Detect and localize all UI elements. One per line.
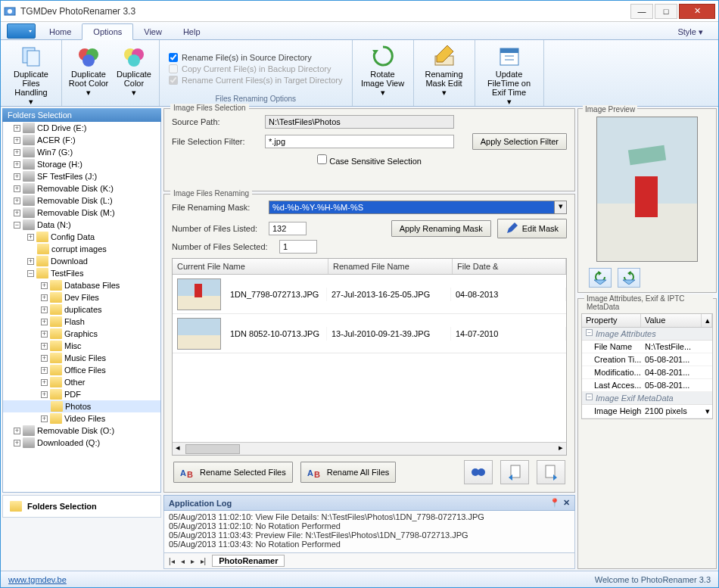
tree-item[interactable]: +Dev Files — [3, 291, 160, 303]
tree-item[interactable]: +Removable Disk (K:) — [3, 182, 160, 194]
tree-item[interactable]: +Other — [3, 376, 160, 388]
tree-item[interactable]: +Download — [3, 255, 160, 267]
tree-item[interactable]: +Removable Disk (L:) — [3, 194, 160, 207]
folder-icon — [50, 328, 62, 339]
tree-item[interactable]: +Removable Disk (O:) — [3, 425, 160, 437]
prev-file-button[interactable] — [500, 460, 529, 484]
tree-item[interactable]: +Downloaded (Q:) — [3, 437, 160, 449]
tree-item[interactable]: +Win7 (G:) — [3, 146, 160, 158]
statusbar: www.tgmdev.be Welcome to PhotoRenamer 3.… — [1, 571, 718, 587]
rename-selected-button[interactable]: ABRename Selected Files — [173, 462, 293, 483]
tree-item[interactable]: −TestFiles — [3, 267, 160, 279]
mask-input[interactable] — [269, 201, 555, 214]
table-row[interactable]: 1DN_7798-072713.JPG27-Jul-2013-16-25-05.… — [173, 275, 566, 314]
tree-item[interactable]: corrupt images — [3, 243, 160, 255]
folder-icon — [50, 304, 62, 315]
homepage-link[interactable]: www.tgmdev.be — [8, 575, 67, 584]
rotate-right-button[interactable] — [618, 268, 640, 288]
files-grid[interactable]: Current File Name Renamed File Name File… — [172, 258, 567, 456]
apply-mask-button[interactable]: Apply Renaming Mask — [391, 220, 491, 237]
tab-home[interactable]: Home — [39, 24, 82, 39]
opt-rename-target: Rename Current Files(s) in Target Direct… — [169, 76, 343, 85]
folder-tree[interactable]: +CD Drive (E:)+ACER (F:)+Win7 (G:)+Stora… — [2, 122, 161, 493]
svg-point-20 — [478, 468, 485, 476]
svg-point-9 — [128, 54, 140, 67]
minimize-button[interactable]: — — [630, 4, 653, 19]
duplicate-files-button[interactable]: Duplicate Files Handling▾ — [5, 42, 57, 108]
window-title: TGMDev PhotoRenamer 3.3 — [20, 6, 629, 17]
log-body[interactable]: 05/Aug/2013 11:02:10: View File Details:… — [163, 511, 575, 553]
nsel-value — [279, 240, 317, 254]
folder-icon — [10, 501, 22, 512]
maximize-button[interactable]: □ — [655, 4, 677, 19]
attr-row[interactable]: Modificatio...04-08-201... — [582, 366, 712, 379]
ribbon: Duplicate Files Handling▾ Duplicate Root… — [1, 40, 718, 107]
tree-item[interactable]: +Database Files — [3, 279, 160, 291]
next-file-button[interactable] — [537, 460, 565, 484]
update-filetime-button[interactable]: Update FileTime on Exif Time▾ — [480, 42, 539, 108]
drive-icon — [23, 437, 35, 448]
style-dropdown[interactable]: Style ▾ — [670, 25, 711, 39]
mask-dropdown-icon[interactable]: ▾ — [555, 201, 567, 214]
attr-row[interactable]: File NameN:\TestFile... — [582, 341, 712, 353]
tree-item[interactable]: +Graphics — [3, 328, 160, 340]
attrs-section-1[interactable]: −Image Attributes — [582, 328, 712, 341]
duplicate-root-color-button[interactable]: Duplicate Root Color▾ — [67, 42, 110, 99]
tree-item[interactable]: +Config Data — [3, 231, 160, 243]
tree-item[interactable]: −Data (N:) — [3, 219, 160, 231]
app-icon — [4, 5, 16, 17]
col-renamed[interactable]: Renamed File Name — [328, 259, 453, 274]
log-prev[interactable]: ◂ — [181, 557, 185, 565]
rotate-left-button[interactable] — [589, 268, 612, 288]
case-sensitive-checkbox[interactable]: Case Sensitive Selection — [317, 154, 422, 166]
log-first[interactable]: |◂ — [169, 557, 175, 565]
close-button[interactable]: ✕ — [679, 4, 715, 19]
attr-row[interactable]: Image Height2100 pixels▾ — [582, 405, 712, 418]
tree-item[interactable]: +ACER (F:) — [3, 134, 160, 146]
source-path-input[interactable] — [265, 115, 454, 129]
tree-item[interactable]: +Storage (H:) — [3, 158, 160, 170]
tree-item[interactable]: +Flash — [3, 316, 160, 328]
col-date[interactable]: File Date & — [453, 259, 566, 274]
tree-item[interactable]: Photos — [3, 400, 160, 412]
opt-rename-source[interactable]: Rename File(s) in Source Directory — [169, 53, 343, 62]
tree-item[interactable]: +PDF — [3, 388, 160, 400]
log-next[interactable]: ▸ — [191, 557, 195, 565]
rotate-image-button[interactable]: Rotate Image View▾ — [357, 42, 409, 99]
log-close-icon[interactable]: ✕ — [563, 498, 570, 508]
folder-icon — [50, 413, 62, 424]
edit-mask-button[interactable]: Edit Mask — [497, 219, 567, 238]
tree-item[interactable]: +Misc — [3, 340, 160, 352]
grid-hscroll[interactable]: ◂▸ — [173, 442, 566, 455]
tab-view[interactable]: View — [133, 24, 173, 39]
attr-row[interactable]: Last Acces...05-08-201... — [582, 379, 712, 392]
tree-item[interactable]: +SF TestFiles (J:) — [3, 170, 160, 182]
table-row[interactable]: 1DN 8052-10-0713.JPG13-Jul-2010-09-21-39… — [173, 314, 566, 353]
folders-selection-footer[interactable]: Folders Selection — [2, 495, 161, 518]
search-button[interactable] — [464, 460, 493, 484]
attrs-grid[interactable]: PropertyValue▴ −Image Attributes File Na… — [581, 313, 713, 419]
sidebar-header: Folders Selection — [2, 108, 161, 122]
tree-item[interactable]: +Music Files — [3, 352, 160, 364]
rotate-right-icon — [621, 271, 637, 285]
renaming-mask-edit-button[interactable]: Renaming Mask Edit▾ — [419, 42, 470, 99]
file-dropdown[interactable] — [7, 23, 36, 39]
log-last[interactable]: ▸| — [201, 557, 207, 565]
duplicate-color-button[interactable]: Duplicate Color▾ — [114, 42, 154, 99]
folder-icon — [50, 316, 62, 327]
tree-item[interactable]: +duplicates — [3, 303, 160, 316]
filter-input[interactable] — [265, 135, 454, 148]
tab-options[interactable]: Options — [82, 23, 133, 40]
log-tab[interactable]: PhotoRenamer — [212, 555, 285, 567]
attr-row[interactable]: Creation Ti...05-08-201... — [582, 353, 712, 366]
tree-item[interactable]: +Office Files — [3, 364, 160, 376]
col-current[interactable]: Current File Name — [173, 259, 328, 274]
apply-filter-button[interactable]: Apply Selection Filter — [472, 133, 567, 150]
tree-item[interactable]: +Removable Disk (M:) — [3, 207, 160, 219]
tree-item[interactable]: +Video Files — [3, 412, 160, 425]
attrs-section-2[interactable]: −Image Exif MetaData — [582, 392, 712, 405]
tab-help[interactable]: Help — [173, 24, 211, 39]
tree-item[interactable]: +CD Drive (E:) — [3, 122, 160, 134]
log-pin-icon[interactable]: 📍 — [549, 498, 560, 508]
rename-all-button[interactable]: ABRename All Files — [300, 462, 397, 483]
